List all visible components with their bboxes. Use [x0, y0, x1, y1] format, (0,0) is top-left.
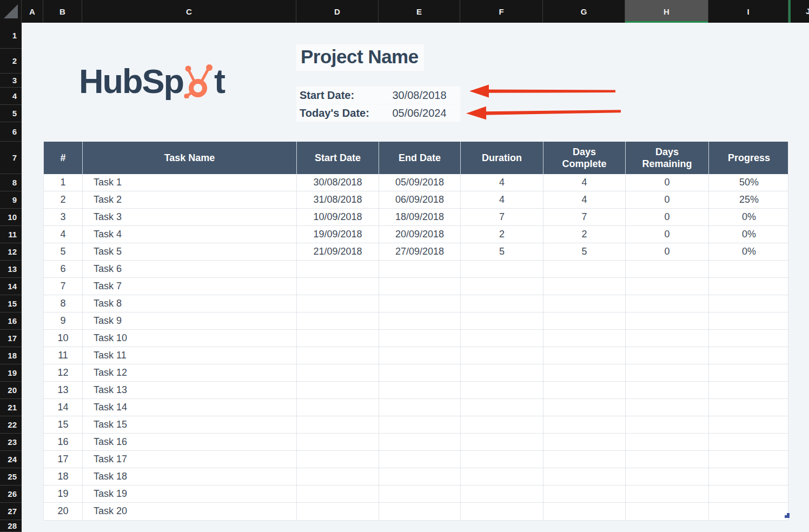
- cell-num[interactable]: 3: [44, 209, 83, 225]
- cell-progress[interactable]: [709, 486, 789, 502]
- cell-name[interactable]: Task 14: [83, 399, 297, 416]
- row-header-6[interactable]: 6: [0, 122, 22, 142]
- cell-duration[interactable]: [461, 347, 543, 364]
- cell-duration[interactable]: [461, 312, 543, 329]
- cell-remaining[interactable]: [626, 278, 709, 295]
- cell-end[interactable]: [379, 278, 461, 295]
- cell-duration[interactable]: 2: [461, 226, 543, 243]
- table-header-cell-start-date[interactable]: Start Date: [297, 142, 379, 174]
- column-header-F[interactable]: F: [460, 0, 543, 23]
- cell-name[interactable]: Task 15: [83, 416, 297, 433]
- cell-name[interactable]: Task 12: [83, 364, 297, 381]
- start-date-label[interactable]: Start Date:: [296, 87, 379, 104]
- cell-num[interactable]: 8: [44, 295, 83, 312]
- cell-start[interactable]: [297, 330, 379, 347]
- cell-name[interactable]: Task 10: [83, 330, 297, 347]
- cell-end[interactable]: 27/09/2018: [379, 243, 461, 260]
- cell-name[interactable]: Task 1: [83, 174, 297, 191]
- cell-progress[interactable]: [709, 295, 789, 312]
- cell-end[interactable]: [379, 364, 461, 381]
- cell-start[interactable]: [297, 416, 379, 433]
- cell-progress[interactable]: [709, 434, 789, 450]
- column-header-H[interactable]: H: [625, 0, 708, 23]
- cell-duration[interactable]: [461, 503, 543, 520]
- cell-duration[interactable]: 4: [461, 174, 543, 191]
- cell-start[interactable]: 30/08/2018: [297, 174, 379, 191]
- row-header-12[interactable]: 12: [0, 243, 22, 261]
- cell-duration[interactable]: [461, 486, 543, 502]
- row-header-7[interactable]: 7: [0, 142, 22, 174]
- cell-remaining[interactable]: [626, 364, 709, 381]
- table-header-cell-task-name[interactable]: Task Name: [83, 142, 297, 174]
- cell-progress[interactable]: [709, 468, 789, 485]
- cell-complete[interactable]: [543, 382, 626, 398]
- cell-end[interactable]: [379, 330, 461, 347]
- row-header-8[interactable]: 8: [0, 174, 22, 191]
- cell-start[interactable]: 10/09/2018: [297, 209, 379, 225]
- cell-num[interactable]: 19: [44, 486, 83, 502]
- cell-remaining[interactable]: [626, 399, 709, 416]
- column-header-D[interactable]: D: [296, 0, 379, 23]
- cell-end[interactable]: 06/09/2018: [379, 191, 461, 208]
- cell-complete[interactable]: [543, 312, 626, 329]
- cell-num[interactable]: 14: [44, 399, 83, 416]
- cell-progress[interactable]: 25%: [709, 191, 789, 208]
- cell-complete[interactable]: [543, 451, 626, 468]
- cell-remaining[interactable]: [626, 451, 709, 468]
- cell-remaining[interactable]: [626, 382, 709, 398]
- cell-complete[interactable]: [543, 486, 626, 502]
- cell-num[interactable]: 9: [44, 312, 83, 329]
- cell-complete[interactable]: [543, 330, 626, 347]
- cell-end[interactable]: [379, 382, 461, 398]
- cell-complete[interactable]: [543, 261, 626, 277]
- cell-progress[interactable]: [709, 399, 789, 416]
- cell-end[interactable]: [379, 295, 461, 312]
- cell-remaining[interactable]: [626, 468, 709, 485]
- cell-num[interactable]: 11: [44, 347, 83, 364]
- cell-name[interactable]: Task 20: [83, 503, 297, 520]
- cell-num[interactable]: 2: [44, 191, 83, 208]
- row-header-21[interactable]: 21: [0, 399, 22, 416]
- todays-date-value[interactable]: 05/06/2024: [379, 104, 460, 122]
- row-header-26[interactable]: 26: [0, 486, 22, 503]
- row-header-1[interactable]: 1: [0, 23, 22, 49]
- cell-progress[interactable]: [709, 312, 789, 329]
- cell-name[interactable]: Task 8: [83, 295, 297, 312]
- cell-complete[interactable]: [543, 434, 626, 450]
- cell-progress[interactable]: [709, 261, 789, 277]
- cell-remaining[interactable]: [626, 261, 709, 277]
- cell-progress[interactable]: [709, 416, 789, 433]
- cell-end[interactable]: [379, 312, 461, 329]
- cell-name[interactable]: Task 4: [83, 226, 297, 243]
- cell-progress[interactable]: 0%: [709, 226, 789, 243]
- cell-progress[interactable]: [709, 451, 789, 468]
- cell-duration[interactable]: [461, 416, 543, 433]
- cell-start[interactable]: [297, 261, 379, 277]
- table-header-cell-days-remaining[interactable]: Days Remaining: [626, 142, 709, 174]
- cell-duration[interactable]: [461, 295, 543, 312]
- cell-end[interactable]: 05/09/2018: [379, 174, 461, 191]
- cell-start[interactable]: [297, 503, 379, 520]
- cell-remaining[interactable]: [626, 434, 709, 450]
- cell-num[interactable]: 1: [44, 174, 83, 191]
- cell-duration[interactable]: [461, 364, 543, 381]
- cell-end[interactable]: [379, 434, 461, 450]
- cell-start[interactable]: 19/09/2018: [297, 226, 379, 243]
- cell-start[interactable]: [297, 364, 379, 381]
- cell-remaining[interactable]: [626, 330, 709, 347]
- cell-num[interactable]: 18: [44, 468, 83, 485]
- cell-remaining[interactable]: 0: [626, 243, 709, 260]
- table-header-cell-duration[interactable]: Duration: [461, 142, 543, 174]
- cell-start[interactable]: [297, 486, 379, 502]
- cell-num[interactable]: 4: [44, 226, 83, 243]
- row-header-13[interactable]: 13: [0, 261, 22, 278]
- row-header-14[interactable]: 14: [0, 278, 22, 295]
- table-header-cell-end-date[interactable]: End Date: [379, 142, 461, 174]
- cell-start[interactable]: [297, 434, 379, 450]
- start-date-value[interactable]: 30/08/2018: [379, 87, 460, 104]
- table-header-cell-progress[interactable]: Progress: [709, 142, 789, 174]
- cell-remaining[interactable]: [626, 486, 709, 502]
- cell-duration[interactable]: [461, 451, 543, 468]
- cell-complete[interactable]: [543, 416, 626, 433]
- cell-end[interactable]: [379, 486, 461, 502]
